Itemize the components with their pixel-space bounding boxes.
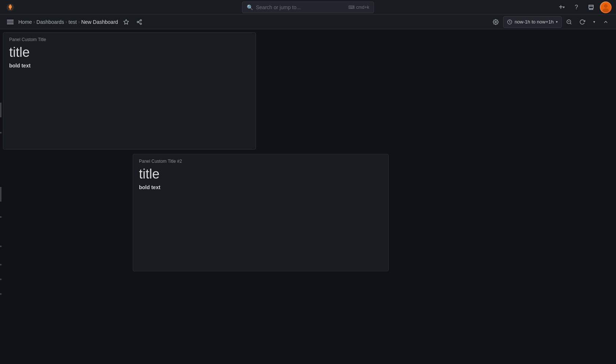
svg-point-10: [140, 19, 142, 21]
breadcrumb-current: New Dashboard: [81, 19, 118, 25]
panel-2: Panel Custom Title #2 title bold text: [133, 154, 389, 271]
grafana-logo[interactable]: [4, 1, 16, 13]
news-button[interactable]: [585, 1, 597, 13]
topbar: 🔍 Search or jump to... ⌨ cmd+k + ▾ ?: [0, 0, 616, 15]
main-content: Panel Custom Title title bold text Panel…: [0, 29, 616, 364]
svg-line-14: [139, 21, 140, 22]
breadcrumb-sep-1: ›: [33, 19, 35, 25]
navbar: Home › Dashboards › test › New Dashboard: [0, 15, 616, 29]
breadcrumb-sep-2: ›: [66, 19, 67, 25]
hamburger-button[interactable]: [4, 16, 16, 28]
navbar-actions: [120, 16, 145, 28]
search-icon: 🔍: [247, 4, 253, 10]
svg-point-12: [140, 23, 142, 24]
edge-indicator-8: [0, 293, 1, 295]
svg-point-2: [10, 8, 11, 10]
svg-point-4: [604, 4, 608, 8]
svg-marker-9: [124, 19, 128, 24]
panel-1-main-title: title: [9, 45, 250, 60]
panel-1: Panel Custom Title title bold text: [3, 32, 256, 150]
time-range-picker[interactable]: now-1h to now+1h ▾: [503, 16, 562, 28]
refresh-button[interactable]: [576, 16, 588, 28]
panel-1-title: Panel Custom Title: [9, 37, 250, 42]
edge-indicator-1: [0, 103, 1, 117]
svg-rect-8: [7, 23, 14, 24]
panel-1-bold-text: bold text: [9, 63, 250, 69]
star-button[interactable]: [120, 16, 132, 28]
panel-2-bold-text: bold text: [139, 184, 382, 190]
edge-indicator-7: [0, 279, 1, 280]
svg-rect-6: [7, 20, 14, 21]
navbar-left: Home › Dashboards › test › New Dashboard: [4, 16, 487, 28]
settings-button[interactable]: [490, 16, 502, 28]
breadcrumb-home[interactable]: Home: [18, 19, 32, 25]
breadcrumb: Home › Dashboards › test › New Dashboard: [18, 19, 118, 25]
search-bar[interactable]: 🔍 Search or jump to... ⌨ cmd+k: [242, 1, 374, 13]
edge-indicator-2: [0, 132, 1, 133]
time-range-chevron: ▾: [556, 20, 558, 24]
help-button[interactable]: ?: [571, 1, 582, 13]
svg-point-15: [495, 21, 496, 23]
add-button[interactable]: + ▾: [556, 1, 568, 13]
edge-indicator-6: [0, 264, 1, 265]
edge-indicator-4: [0, 216, 1, 218]
breadcrumb-dashboards[interactable]: Dashboards: [36, 19, 64, 25]
edge-indicator-3: [0, 187, 1, 202]
svg-point-11: [137, 21, 139, 23]
topbar-left: [4, 1, 16, 13]
avatar[interactable]: [600, 1, 612, 13]
time-range-value: now-1h to now+1h: [514, 19, 554, 25]
svg-point-5: [603, 8, 609, 12]
panel-2-main-title: title: [139, 167, 382, 181]
svg-line-18: [570, 23, 571, 24]
svg-rect-7: [7, 22, 14, 22]
panel-2-title: Panel Custom Title #2: [139, 159, 382, 164]
search-shortcut: ⌨ cmd+k: [348, 5, 369, 10]
topbar-right: + ▾ ?: [556, 1, 612, 13]
refresh-dropdown-button[interactable]: ▾: [590, 16, 598, 28]
zoom-out-button[interactable]: [563, 16, 575, 28]
edge-indicator-5: [0, 246, 1, 247]
search-placeholder: Search or jump to...: [256, 4, 345, 10]
svg-line-13: [139, 22, 140, 23]
share-button[interactable]: [133, 16, 145, 28]
collapse-button[interactable]: [600, 16, 612, 28]
breadcrumb-test[interactable]: test: [69, 19, 77, 25]
navbar-right: now-1h to now+1h ▾ ▾: [490, 16, 612, 28]
breadcrumb-sep-3: ›: [78, 19, 80, 25]
